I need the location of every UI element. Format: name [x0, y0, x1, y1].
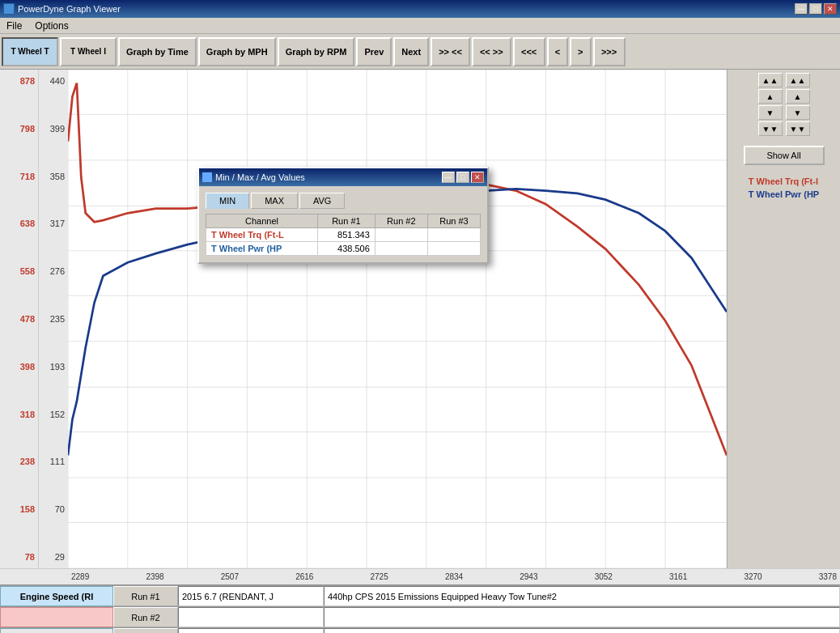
minmaxavg-label: Min/Max/Avg [0, 628, 113, 633]
tab-fwdmore[interactable]: >>> [593, 37, 626, 66]
tab-fastfwd[interactable]: >> << [431, 37, 470, 66]
y-torque-878: 878 [20, 76, 35, 86]
scroll-right-down-fast[interactable]: ▼▼ [786, 121, 810, 136]
tab-t-wheel-pwr[interactable]: T Wheel I [60, 37, 117, 66]
y-power-152: 152 [50, 410, 65, 419]
menu-file[interactable]: File [3, 19, 25, 33]
modal-titlebar: Min / Max / Avg Values — □ ✕ [199, 168, 487, 186]
show-all-button[interactable]: Show All [744, 146, 825, 165]
chart-svg [68, 70, 727, 568]
tab-row: T Wheel T T Wheel I Graph by Time Graph … [0, 34, 840, 70]
scroll-up[interactable]: ▲ [758, 89, 783, 104]
legend-torque: T Wheel Trq (Ft-l [747, 175, 821, 188]
y-axis-power: 440 399 358 317 276 235 193 152 111 70 2… [39, 70, 68, 568]
modal-maximize[interactable]: □ [456, 172, 469, 183]
power-run3 [427, 242, 480, 256]
y-torque-718: 718 [20, 172, 35, 181]
y-axis-torque: 878 798 718 638 558 478 398 318 238 158 … [0, 70, 39, 568]
run3-label[interactable]: Run #3 [113, 628, 178, 633]
tab-prev[interactable]: Prev [356, 37, 392, 66]
col-run1: Run #1 [318, 215, 375, 228]
y-power-399: 399 [50, 124, 65, 134]
scroll-right-up-fast[interactable]: ▲▲ [786, 73, 810, 87]
x-3161: 3161 [669, 572, 687, 581]
y-torque-638: 638 [20, 219, 35, 228]
menu-options[interactable]: Options [32, 19, 71, 33]
y-power-358: 358 [50, 172, 65, 181]
y-torque-78: 78 [25, 552, 35, 562]
tab-fastrev[interactable]: << >> [472, 37, 511, 66]
tab-fwd1[interactable]: > [570, 37, 591, 66]
tab-back1[interactable]: < [547, 37, 568, 66]
x-axis: 2289 2398 2507 2616 2725 2834 2943 3052 … [0, 568, 840, 584]
x-3378: 3378 [819, 572, 837, 581]
scroll-right-up[interactable]: ▲ [786, 89, 810, 104]
y-torque-558: 558 [20, 266, 35, 276]
modal-tab-avg[interactable]: AVG [299, 193, 345, 209]
tab-graph-time[interactable]: Graph by Time [118, 37, 197, 66]
run2-value [178, 607, 324, 627]
y-torque-318: 318 [20, 410, 35, 419]
run2-label[interactable]: Run #2 [113, 607, 178, 627]
app-title: PowerDyne Graph Viewer [18, 4, 121, 14]
right-panel: ▲▲ ▲ ▼ ▼▼ ▲▲ ▲ ▼ ▼▼ Show All T Wheel Trq… [727, 70, 840, 568]
minimize-button[interactable]: — [795, 3, 808, 15]
y-power-193: 193 [50, 362, 65, 372]
tab-graph-mph[interactable]: Graph by MPH [198, 37, 276, 66]
tab-next[interactable]: Next [393, 37, 429, 66]
modal-icon [202, 172, 212, 182]
torque-run1: 851.343 [318, 228, 375, 242]
scroll-down[interactable]: ▼ [758, 105, 783, 120]
modal-data-table: Channel Run #1 Run #2 Run #3 T Wheel Trq… [206, 214, 481, 256]
y-torque-158: 158 [20, 504, 35, 514]
channel-power: T Wheel Pwr (HP [206, 242, 318, 256]
x-3270: 3270 [744, 572, 762, 581]
empty-label-2 [0, 607, 113, 627]
run1-label[interactable]: Run #1 [113, 586, 178, 606]
y-power-235: 235 [50, 314, 65, 324]
x-2398: 2398 [146, 572, 163, 581]
modal-title: Min / Max / Avg Values [215, 172, 305, 182]
power-run2 [375, 242, 427, 256]
modal-tab-max[interactable]: MAX [251, 193, 298, 209]
modal-tab-min[interactable]: MIN [206, 193, 249, 209]
scroll-down-fast[interactable]: ▼▼ [758, 121, 783, 136]
y-torque-478: 478 [20, 314, 35, 324]
tab-t-wheel-trq[interactable]: T Wheel T [2, 37, 58, 66]
modal-body: MIN MAX AVG Channel Run #1 Run #2 Run #3 [199, 186, 487, 262]
torque-curve [68, 83, 727, 456]
x-2943: 2943 [520, 572, 537, 581]
main-area: 878 798 718 638 558 478 398 318 238 158 … [0, 70, 840, 568]
y-torque-798: 798 [20, 124, 35, 134]
power-run1: 438.506 [318, 242, 375, 256]
y-power-317: 317 [50, 219, 65, 228]
app-icon [3, 3, 15, 15]
bottom-row-2: Run #2 [0, 607, 840, 628]
maximize-button[interactable]: □ [809, 3, 822, 15]
bottom-row-1: Engine Speed (RI Run #1 2015 6.7 (RENDAN… [0, 586, 840, 607]
x-2725: 2725 [371, 572, 388, 581]
channel-torque: T Wheel Trq (Ft-L [206, 228, 318, 242]
scroll-right-down[interactable]: ▼ [786, 105, 810, 120]
bottom-bar: Engine Speed (RI Run #1 2015 6.7 (RENDAN… [0, 584, 840, 633]
y-torque-398: 398 [20, 362, 35, 372]
x-2616: 2616 [295, 572, 313, 581]
legend-power: T Wheel Pwr (HP [747, 188, 821, 201]
engine-speed-label: Engine Speed (RI [0, 586, 113, 606]
close-button[interactable]: ✕ [824, 3, 837, 15]
min-max-avg-dialog[interactable]: Min / Max / Avg Values — □ ✕ MIN MAX AVG [197, 167, 489, 264]
run3-right-value [324, 628, 840, 633]
run2-right-value [324, 607, 840, 627]
tab-end[interactable]: <<< [513, 37, 545, 66]
col-run3: Run #3 [427, 215, 480, 228]
modal-minimize[interactable]: — [442, 172, 455, 183]
modal-close[interactable]: ✕ [471, 172, 484, 183]
tab-graph-rpm[interactable]: Graph by RPM [278, 37, 355, 66]
run1-right-value: 440hp CPS 2015 Emissions Equipped Heavy … [324, 586, 840, 606]
y-power-70: 70 [55, 504, 65, 514]
x-2289: 2289 [71, 572, 89, 581]
y-power-111: 111 [50, 457, 65, 466]
bottom-row-3: Min/Max/Avg Run #3 [0, 628, 840, 633]
run1-value: 2015 6.7 (RENDANT, J [178, 586, 324, 606]
scroll-up-fast[interactable]: ▲▲ [758, 73, 783, 87]
